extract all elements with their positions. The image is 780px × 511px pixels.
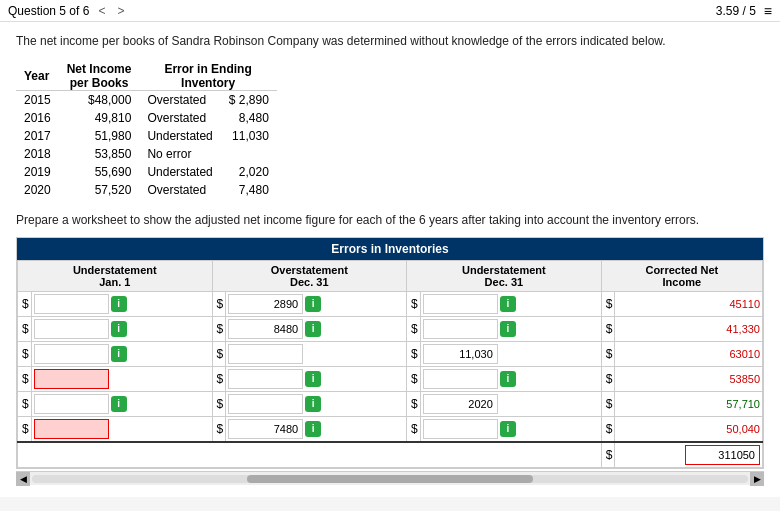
worksheet-row: $ i $ $ $ 63010 <box>18 342 763 367</box>
worksheet-row: $ $ i $ i $ 50,040 <box>18 417 763 443</box>
understatement-jan1-input[interactable] <box>34 294 109 314</box>
understatement-dec31-input[interactable] <box>423 344 498 364</box>
total-spacer <box>18 442 602 468</box>
scroll-track[interactable] <box>32 475 748 483</box>
ws-col1-cell: i <box>31 292 212 317</box>
understatement-dec31-input[interactable] <box>423 319 498 339</box>
data-table-row: 2017 51,980 Understated 11,030 <box>16 127 277 145</box>
ws-col1-cell: i <box>31 317 212 342</box>
scroll-right-btn[interactable]: ▶ <box>750 472 764 486</box>
error-type-cell: Overstated <box>139 91 220 110</box>
understatement-jan1-input[interactable] <box>34 394 109 414</box>
ws-dollar-col3: $ <box>407 342 421 367</box>
year-cell: 2015 <box>16 91 59 110</box>
understatement-jan1-input[interactable] <box>34 344 109 364</box>
overstatement-dec31-input[interactable] <box>228 344 303 364</box>
ws-dollar-col2: $ <box>212 367 226 392</box>
ws-dollar-col1: $ <box>18 392 32 417</box>
ws-col2-cell: i <box>226 317 407 342</box>
top-bar: Question 5 of 6 < > 3.59 / 5 ≡ <box>0 0 780 22</box>
corrected-income-value: 63010 <box>705 348 760 360</box>
ws-dollar-col2: $ <box>212 417 226 443</box>
ws-col4-cell: 45110 <box>615 292 763 317</box>
info-button[interactable]: i <box>500 421 516 437</box>
error-amt-cell: 11,030 <box>221 127 277 145</box>
worksheet-wrapper: Errors in Inventories UnderstatementJan.… <box>16 237 764 469</box>
info-button[interactable]: i <box>500 371 516 387</box>
error-type-cell: No error <box>139 145 220 163</box>
error-type-cell: Overstated <box>139 109 220 127</box>
scroll-left-btn[interactable]: ◀ <box>16 472 30 486</box>
ws-dollar-col4: $ <box>601 342 615 367</box>
info-button[interactable]: i <box>111 296 127 312</box>
total-input[interactable] <box>685 445 760 465</box>
corrected-income-value: 57,710 <box>705 398 760 410</box>
prepare-text: Prepare a worksheet to show the adjusted… <box>16 213 764 227</box>
error-amt-cell <box>221 145 277 163</box>
info-button[interactable]: i <box>305 296 321 312</box>
ws-col3-cell: i <box>420 417 601 443</box>
horizontal-scrollbar[interactable]: ◀ ▶ <box>16 471 764 485</box>
ws-col4-cell: 50,040 <box>615 417 763 443</box>
ws-dollar-col4: $ <box>601 292 615 317</box>
income-cell: $48,000 <box>59 91 140 110</box>
menu-icon[interactable]: ≡ <box>764 3 772 19</box>
overstatement-dec31-input[interactable] <box>228 294 303 314</box>
prev-button[interactable]: < <box>95 4 108 18</box>
error-type-cell: Understated <box>139 127 220 145</box>
understatement-jan1-input[interactable] <box>34 319 109 339</box>
income-cell: 49,810 <box>59 109 140 127</box>
year-cell: 2016 <box>16 109 59 127</box>
understatement-jan1-input[interactable] <box>34 419 109 439</box>
total-dollar: $ <box>601 442 615 468</box>
info-button[interactable]: i <box>111 321 127 337</box>
overstatement-dec31-input[interactable] <box>228 319 303 339</box>
info-button[interactable]: i <box>305 396 321 412</box>
total-value-cell <box>615 442 763 468</box>
worksheet-row: $ i $ i $ $ 57,710 <box>18 392 763 417</box>
data-table-row: 2015 $48,000 Overstated $ 2,890 <box>16 91 277 110</box>
understatement-dec31-input[interactable] <box>423 294 498 314</box>
income-cell: 51,980 <box>59 127 140 145</box>
overstatement-dec31-input[interactable] <box>228 419 303 439</box>
info-button[interactable]: i <box>500 321 516 337</box>
ws-col2-cell: i <box>226 292 407 317</box>
ws-dollar-col4: $ <box>601 392 615 417</box>
ws-dollar-col3: $ <box>407 392 421 417</box>
info-button[interactable]: i <box>305 321 321 337</box>
ws-dollar-col2: $ <box>212 317 226 342</box>
corrected-income-value: 41,330 <box>705 323 760 335</box>
understatement-dec31-input[interactable] <box>423 419 498 439</box>
understatement-dec31-input[interactable] <box>423 369 498 389</box>
ws-col2-cell: i <box>226 392 407 417</box>
ws-dollar-col3: $ <box>407 292 421 317</box>
ws-dollar-col1: $ <box>18 317 32 342</box>
ws-col1-cell <box>31 417 212 443</box>
ws-col3-cell: i <box>420 292 601 317</box>
info-button[interactable]: i <box>305 371 321 387</box>
overstatement-dec31-input[interactable] <box>228 394 303 414</box>
ws-col1-cell: i <box>31 392 212 417</box>
ws-dollar-col1: $ <box>18 367 32 392</box>
info-button[interactable]: i <box>111 396 127 412</box>
ws-dollar-col1: $ <box>18 342 32 367</box>
info-button[interactable]: i <box>305 421 321 437</box>
worksheet-row: $ i $ i $ i $ 45110 <box>18 292 763 317</box>
ws-dollar-col3: $ <box>407 317 421 342</box>
info-button[interactable]: i <box>500 296 516 312</box>
income-cell: 53,850 <box>59 145 140 163</box>
info-button[interactable]: i <box>111 346 127 362</box>
worksheet-title: Errors in Inventories <box>17 238 763 260</box>
ws-col3-cell: i <box>420 367 601 392</box>
understatement-dec31-input[interactable] <box>423 394 498 414</box>
overstatement-dec31-input[interactable] <box>228 369 303 389</box>
ws-col4-cell: 41,330 <box>615 317 763 342</box>
data-table-row: 2018 53,850 No error <box>16 145 277 163</box>
worksheet-row: $ i $ i $ i $ 41,330 <box>18 317 763 342</box>
year-cell: 2019 <box>16 163 59 181</box>
score-display: 3.59 / 5 <box>716 4 756 18</box>
corrected-income-value: 53850 <box>705 373 760 385</box>
understatement-jan1-input[interactable] <box>34 369 109 389</box>
next-button[interactable]: > <box>114 4 127 18</box>
scroll-thumb[interactable] <box>247 475 533 483</box>
